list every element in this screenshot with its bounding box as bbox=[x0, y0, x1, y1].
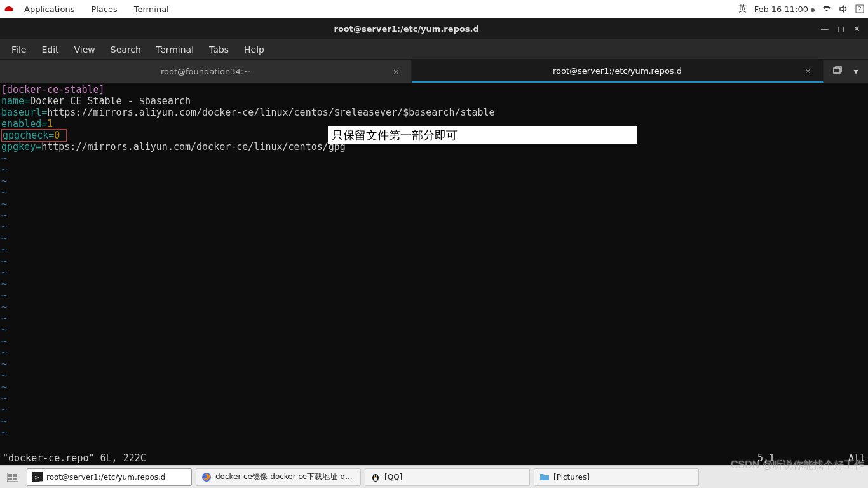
taskbar-label: [Pictures] bbox=[553, 473, 590, 482]
menu-file[interactable]: File bbox=[5, 42, 32, 57]
vim-empty-line: ~ bbox=[1, 393, 867, 404]
terminal-tab-0[interactable]: root@foundation34:~ × bbox=[0, 60, 412, 83]
svg-rect-6 bbox=[8, 478, 12, 480]
firefox-icon bbox=[201, 472, 212, 482]
tab-label: root@foundation34:~ bbox=[161, 67, 250, 76]
vim-empty-line: ~ bbox=[1, 381, 867, 393]
taskbar-label: docker-ce镜像-docker-ce下载地址-d... bbox=[215, 471, 353, 482]
window-maximize-button[interactable]: ◻ bbox=[837, 24, 844, 34]
overlay-annotation: 只保留文件第一部分即可 bbox=[328, 126, 637, 144]
terminal-tab-1[interactable]: root@server1:/etc/yum.repos.d × bbox=[412, 60, 824, 83]
vim-empty-line: ~ bbox=[1, 221, 867, 233]
highlighted-gpgcheck: gpgcheck=0 bbox=[1, 129, 67, 142]
taskbar-item-pictures[interactable]: [Pictures] bbox=[534, 468, 699, 486]
taskbar-label: root@server1:/etc/yum.repos.d bbox=[46, 473, 165, 482]
vim-empty-line: ~ bbox=[1, 416, 867, 427]
vim-val-name: Docker CE Stable - $basearch bbox=[30, 95, 191, 107]
taskbar-item-qq[interactable]: [QQ] bbox=[365, 468, 530, 486]
vim-empty-line: ~ bbox=[1, 278, 867, 290]
help-icon[interactable]: ? bbox=[855, 4, 864, 13]
vim-key-name: name= bbox=[1, 95, 30, 107]
terminal-icon: >_ bbox=[32, 472, 43, 482]
vim-section-header: [docker-ce-stable] bbox=[1, 84, 105, 95]
vim-cursor-pos: 5,1 bbox=[757, 452, 834, 464]
vim-empty-line: ~ bbox=[1, 210, 867, 221]
menu-help[interactable]: Help bbox=[238, 42, 271, 57]
input-method-indicator[interactable]: 英 bbox=[738, 3, 747, 15]
menu-terminal-menu[interactable]: Terminal bbox=[150, 42, 200, 57]
vim-key-enabled: enabled= bbox=[1, 118, 47, 130]
volume-icon[interactable] bbox=[839, 4, 848, 13]
vim-empty-line: ~ bbox=[1, 152, 867, 164]
tab-label: root@server1:/etc/yum.repos.d bbox=[553, 66, 682, 76]
terminal-viewport[interactable]: [docker-ce-stable] name=Docker CE Stable… bbox=[0, 83, 868, 465]
taskbar-item-terminal[interactable]: >_ root@server1:/etc/yum.repos.d bbox=[27, 468, 192, 486]
vim-empty-line: ~ bbox=[1, 255, 867, 267]
vim-empty-line: ~ bbox=[1, 427, 867, 438]
vim-empty-line: ~ bbox=[1, 290, 867, 301]
vim-fileinfo: "docker-ce.repo" 6L, 222C bbox=[3, 452, 757, 464]
svg-rect-2 bbox=[834, 68, 840, 73]
tab-close-button[interactable]: × bbox=[393, 67, 400, 76]
vim-empty-line: ~ bbox=[1, 347, 867, 358]
vim-val-baseurl: https://mirrors.aliyun.com/docker-ce/lin… bbox=[47, 107, 494, 118]
wifi-icon[interactable] bbox=[822, 4, 831, 13]
terminal-menubar: File Edit View Search Terminal Tabs Help bbox=[0, 39, 868, 60]
menu-view[interactable]: View bbox=[68, 42, 102, 57]
menu-applications[interactable]: Applications bbox=[18, 2, 81, 17]
vim-val-gpgkey: https://mirrors.aliyun.com/docker-ce/lin… bbox=[41, 141, 346, 152]
folder-icon bbox=[539, 472, 550, 482]
show-desktop-button[interactable] bbox=[3, 468, 23, 486]
menu-search[interactable]: Search bbox=[104, 42, 147, 57]
vim-empty-line: ~ bbox=[1, 233, 867, 244]
svg-point-14 bbox=[376, 475, 377, 477]
taskbar-label: [QQ] bbox=[384, 473, 402, 482]
window-title: root@server1:/etc/yum.repos.d bbox=[0, 24, 813, 34]
vim-empty-line: ~ bbox=[1, 336, 867, 347]
svg-rect-5 bbox=[13, 474, 17, 477]
vim-empty-line: ~ bbox=[1, 404, 867, 416]
penguin-icon bbox=[370, 472, 381, 482]
svg-rect-4 bbox=[8, 474, 12, 477]
vim-empty-line: ~ bbox=[1, 301, 867, 313]
window-titlebar[interactable]: root@server1:/etc/yum.repos.d — ◻ ✕ bbox=[0, 18, 868, 39]
vim-empty-line: ~ bbox=[1, 370, 867, 381]
vim-empty-line: ~ bbox=[1, 358, 867, 370]
svg-point-13 bbox=[374, 475, 375, 477]
bottom-taskbar: >_ root@server1:/etc/yum.repos.d docker-… bbox=[0, 465, 868, 488]
vim-empty-line: ~ bbox=[1, 324, 867, 336]
vim-key-baseurl: baseurl= bbox=[1, 107, 47, 118]
svg-text:?: ? bbox=[858, 6, 861, 13]
menu-edit[interactable]: Edit bbox=[35, 42, 65, 57]
window-minimize-button[interactable]: — bbox=[820, 24, 829, 34]
vim-statusline: "docker-ce.repo" 6L, 222C 5,1 All bbox=[3, 452, 865, 464]
vim-val-enabled: 1 bbox=[47, 118, 53, 130]
taskbar-item-firefox[interactable]: docker-ce镜像-docker-ce下载地址-d... bbox=[196, 468, 361, 486]
vim-key-gpgkey: gpgkey= bbox=[1, 141, 41, 152]
fedora-icon bbox=[4, 5, 14, 13]
tab-close-button[interactable]: × bbox=[804, 66, 811, 76]
terminal-tabbar: root@foundation34:~ × root@server1:/etc/… bbox=[0, 60, 868, 83]
gnome-top-panel: Applications Places Terminal 英 Feb 16 11… bbox=[0, 0, 868, 18]
menu-places[interactable]: Places bbox=[85, 2, 123, 17]
tab-menu-chevron-icon[interactable]: ▾ bbox=[853, 66, 858, 76]
vim-empty-line: ~ bbox=[1, 175, 867, 187]
window-close-button[interactable]: ✕ bbox=[853, 24, 860, 34]
vim-empty-line: ~ bbox=[1, 267, 867, 278]
clock[interactable]: Feb 16 11:00 bbox=[754, 4, 815, 14]
vim-empty-line: ~ bbox=[1, 164, 867, 175]
svg-point-15 bbox=[375, 477, 377, 478]
vim-scroll-pct: All bbox=[834, 452, 865, 464]
new-tab-icon[interactable] bbox=[833, 66, 842, 77]
vim-empty-line: ~ bbox=[1, 187, 867, 198]
vim-empty-line: ~ bbox=[1, 313, 867, 324]
menu-terminal[interactable]: Terminal bbox=[128, 2, 175, 17]
vim-empty-line: ~ bbox=[1, 244, 867, 255]
svg-rect-7 bbox=[13, 478, 17, 480]
svg-text:>_: >_ bbox=[34, 474, 43, 482]
vim-empty-line: ~ bbox=[1, 198, 867, 210]
menu-tabs[interactable]: Tabs bbox=[203, 42, 235, 57]
